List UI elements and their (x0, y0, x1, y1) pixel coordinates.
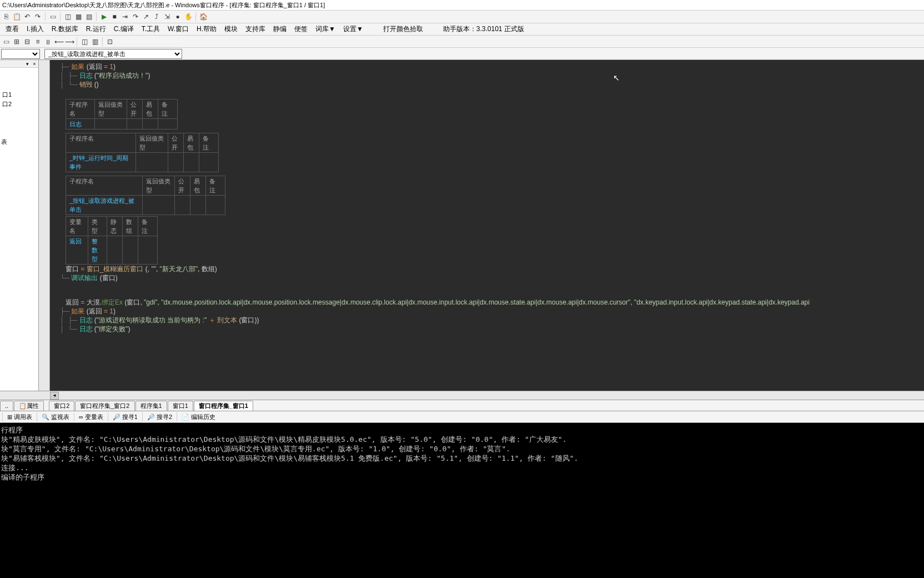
code-editor[interactable]: ↖ ↓ ├─ 如果 (返回 = 1) │ ├─ 日志 ("程序启动成功！") │… (50, 60, 924, 391)
home-icon[interactable]: 🏠 (198, 12, 208, 22)
menu-support[interactable]: 支持库 (242, 23, 269, 35)
editor-gutter (39, 60, 50, 391)
tool2-9-icon[interactable]: ▥ (90, 37, 100, 47)
menu-run[interactable]: R.运行 (83, 23, 109, 35)
menu-database[interactable]: R.数据库 (48, 23, 82, 35)
step-out-icon[interactable]: ↗ (141, 12, 151, 22)
find2-icon: 🔎 (147, 413, 155, 421)
editor-hscroll[interactable]: ◄ (0, 391, 924, 400)
var-icon: ∞ (79, 413, 83, 420)
window-icon[interactable]: ▭ (48, 12, 58, 22)
find-icon: 🔎 (113, 413, 120, 421)
bt-calltable[interactable]: ⊞调用表 (4, 413, 36, 421)
stop-icon[interactable]: ■ (109, 12, 119, 22)
main-area: ▾ × 口1 口2 表 ↖ ↓ ├─ 如果 (返回 = 1) │ ├─ 日志 (… (0, 60, 924, 391)
toolbar-secondary: ▭ ⊞ ⊟ ≡ ⫼ ⟵ ⟶ ◫ ▥ ⊡ (0, 36, 924, 48)
bt-search2[interactable]: 🔎搜寻2 (144, 413, 175, 421)
menu-insert[interactable]: I.插入 (23, 23, 47, 35)
menu-colorpick[interactable]: 打开颜色拾取 (380, 23, 426, 35)
tab-procset2[interactable]: 窗口程序集_窗口2 (75, 401, 134, 411)
version-label: 助手版本：3.3.0101 正式版 (440, 23, 528, 35)
history-icon: 📄 (182, 413, 189, 421)
menu-tools[interactable]: T.工具 (138, 23, 163, 35)
menu-module[interactable]: 模块 (221, 23, 241, 35)
menu-view[interactable]: 查看 (2, 23, 22, 35)
sidebar-pin-icon[interactable]: ▾ (24, 61, 31, 67)
tool2-2-icon[interactable]: ⊞ (12, 37, 22, 47)
title-text: C:\Users\Administrator\Desktop\天龙八部挖图\天龙… (2, 1, 325, 9)
output-console[interactable]: 行程序 块"精易皮肤模块", 文件名: "C:\Users\Administra… (0, 423, 924, 578)
lefttab-1[interactable]: .. (0, 401, 13, 411)
undo-icon[interactable]: ↶ (22, 12, 32, 22)
tab-procset-win1[interactable]: 窗口程序集_窗口1 (194, 401, 253, 411)
hand-icon[interactable]: ✋ (183, 12, 193, 22)
menu-diction[interactable]: 词库▼ (312, 23, 339, 35)
breakpoint-icon[interactable]: ● (173, 12, 183, 22)
tool2-10-icon[interactable]: ⊡ (105, 37, 115, 47)
sidebar-tree: 口1 口2 (0, 68, 38, 391)
menu-compile[interactable]: C.编译 (111, 23, 137, 35)
combo-proc[interactable]: _按钮_读取游戏进程_被单击 (44, 49, 182, 59)
tool2-3-icon[interactable]: ⊟ (22, 37, 32, 47)
bt-vartable[interactable]: ∞变量表 (76, 413, 107, 421)
tool2-4-icon[interactable]: ≡ (33, 37, 43, 47)
bt-history[interactable]: 📄编辑历史 (178, 413, 219, 421)
tab-procset1[interactable]: 程序集1 (135, 401, 167, 411)
toolbar-main: ⎘ 📋 ↶ ↷ ▭ ◫ ▦ ▤ ▶ ■ ⇥ ↷ ↗ ⤴ ⇲ ● ✋ 🏠 (0, 10, 924, 23)
menu-help[interactable]: H.帮助 (193, 23, 220, 35)
tree-item-2[interactable]: 口2 (1, 99, 37, 109)
bt-search1[interactable]: 🔎搜寻1 (109, 413, 141, 421)
menu-static[interactable]: 静编 (270, 23, 290, 35)
sidebar-close-icon[interactable]: × (31, 61, 38, 67)
menu-settings[interactable]: 设置▼ (340, 23, 366, 35)
step-icon[interactable]: ⇥ (120, 12, 130, 22)
title-bar: C:\Users\Administrator\Desktop\天龙八部挖图\天龙… (0, 0, 924, 10)
bt-watchtable[interactable]: 🔍监视表 (38, 413, 73, 421)
sidebar-label: 表 (1, 138, 7, 146)
copy-icon[interactable]: ⎘ (1, 12, 11, 22)
scroll-left-icon[interactable]: ◄ (50, 392, 59, 400)
tab-window2[interactable]: 窗口2 (49, 401, 74, 411)
bottom-tabs: .. 📋 属性 窗口2 窗口程序集_窗口2 程序集1 窗口1 窗口程序集_窗口1 (0, 400, 924, 411)
lefttab-props[interactable]: 📋 属性 (14, 401, 44, 411)
tool2-5-icon[interactable]: ⫼ (43, 37, 53, 47)
layout3-icon[interactable]: ▤ (84, 12, 94, 22)
menu-note[interactable]: 便签 (291, 23, 311, 35)
step4-icon[interactable]: ⤴ (152, 12, 162, 22)
bottom-toolbar: ⊞调用表 🔍监视表 ∞变量表 🔎搜寻1 🔎搜寻2 📄编辑历史 (0, 411, 924, 423)
tab-window1[interactable]: 窗口1 (168, 401, 193, 411)
tool2-1-icon[interactable]: ▭ (1, 37, 11, 47)
tool2-7-icon[interactable]: ⟶ (64, 37, 74, 47)
mouse-cursor-icon: ↖ (613, 73, 620, 82)
tool2-6-icon[interactable]: ⟵ (54, 37, 64, 47)
step5-icon[interactable]: ⇲ (162, 12, 172, 22)
paste-icon[interactable]: 📋 (12, 12, 22, 22)
sidebar-header: ▾ × (0, 60, 38, 68)
layout2-icon[interactable]: ▦ (73, 12, 83, 22)
step-over-icon[interactable]: ↷ (130, 12, 140, 22)
tool2-8-icon[interactable]: ◫ (79, 37, 89, 47)
grid-icon: ⊞ (7, 413, 12, 421)
layout1-icon[interactable]: ◫ (63, 12, 73, 22)
combo-row: _按钮_读取游戏进程_被单击 (0, 48, 924, 60)
redo-icon[interactable]: ↷ (33, 12, 43, 22)
run-icon[interactable]: ▶ (99, 12, 109, 22)
menu-bar: 查看 I.插入 R.数据库 R.运行 C.编译 T.工具 W.窗口 H.帮助 模… (0, 23, 924, 36)
combo-scope[interactable] (1, 49, 40, 59)
menu-window[interactable]: W.窗口 (164, 23, 192, 35)
tree-item-1[interactable]: 口1 (1, 90, 37, 99)
search-icon: 🔍 (42, 413, 49, 421)
sidebar: ▾ × 口1 口2 表 (0, 60, 39, 391)
